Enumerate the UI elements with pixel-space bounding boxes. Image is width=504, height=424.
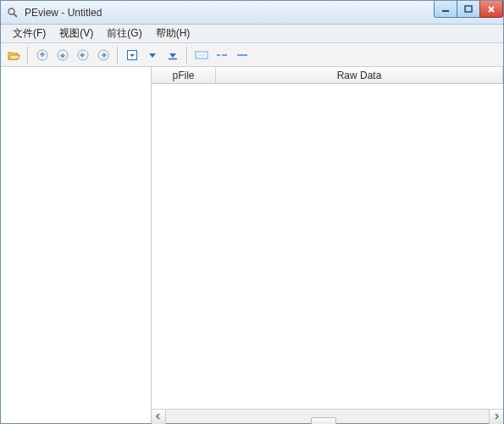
detail-body[interactable] — [152, 84, 503, 409]
arrow-down-blue-icon — [147, 49, 158, 61]
view-mode-3-button[interactable] — [233, 46, 252, 64]
toolbar-separator — [27, 47, 29, 64]
toolbar-separator — [117, 47, 119, 64]
toolbar — [1, 43, 503, 67]
scroll-right-button[interactable] — [489, 410, 503, 424]
menubar: 文件(F) 视图(V) 前往(G) 帮助(H) — [1, 25, 503, 43]
view-bar-icon — [235, 50, 249, 60]
svg-point-0 — [8, 8, 14, 14]
maximize-button[interactable] — [457, 1, 480, 18]
content-area: pFile Raw Data — [1, 67, 503, 423]
view-rect-icon — [195, 50, 208, 60]
collapse-button[interactable] — [123, 46, 141, 64]
svg-rect-3 — [465, 6, 472, 12]
toolbar-separator — [186, 47, 188, 64]
nav-forward-button[interactable] — [94, 46, 113, 64]
svg-rect-10 — [196, 52, 208, 59]
close-button[interactable] — [479, 1, 503, 18]
nav-first-button[interactable] — [33, 46, 52, 64]
menu-go[interactable]: 前往(G) — [100, 25, 148, 42]
arrow-down-line-icon — [167, 49, 179, 61]
svg-line-1 — [14, 14, 17, 17]
expand-all-button[interactable] — [163, 46, 182, 64]
minimize-button[interactable] — [434, 1, 457, 18]
scroll-left-button[interactable] — [152, 410, 166, 424]
window-title: PEview - Untitled — [25, 7, 102, 19]
view-mode-1-button[interactable] — [192, 46, 211, 64]
menu-file[interactable]: 文件(F) — [6, 25, 53, 42]
chevron-right-icon — [493, 413, 500, 420]
menu-view[interactable]: 视图(V) — [53, 25, 100, 42]
column-pfile[interactable]: pFile — [152, 67, 216, 83]
view-mode-2-button[interactable] — [213, 46, 231, 64]
tree-pane[interactable] — [1, 67, 152, 423]
detail-pane: pFile Raw Data — [152, 67, 503, 423]
window-controls — [435, 1, 503, 18]
chevron-left-icon — [155, 413, 162, 420]
column-rawdata[interactable]: Raw Data — [216, 67, 503, 83]
app-icon — [6, 6, 19, 20]
menu-help[interactable]: 帮助(H) — [149, 25, 197, 42]
open-button[interactable] — [4, 46, 23, 64]
arrow-down-icon — [57, 49, 69, 61]
horizontal-scrollbar[interactable] — [152, 409, 503, 423]
scroll-thumb[interactable] — [311, 417, 336, 424]
nav-back-button[interactable] — [74, 46, 92, 64]
arrow-down-box-icon — [126, 49, 138, 61]
nav-prev-button[interactable] — [53, 46, 72, 64]
app-window: PEview - Untitled 文件(F) 视图(V) 前往(G) 帮助(H… — [0, 0, 504, 424]
titlebar[interactable]: PEview - Untitled — [1, 1, 503, 25]
view-dash-icon — [215, 50, 229, 60]
column-headers: pFile Raw Data — [152, 67, 503, 84]
folder-open-icon — [7, 48, 20, 62]
arrow-up-first-icon — [36, 49, 48, 61]
arrow-right-icon — [97, 49, 109, 61]
expand-button[interactable] — [143, 46, 162, 64]
arrow-left-icon — [77, 49, 89, 61]
